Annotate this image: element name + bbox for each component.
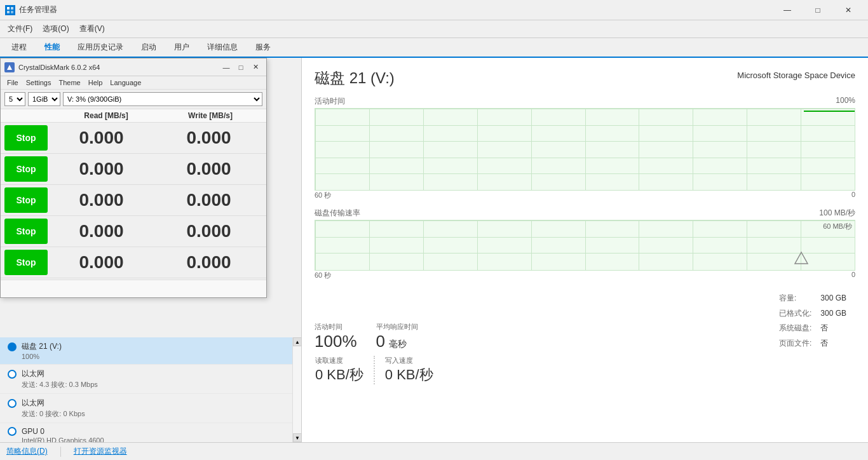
- menu-options[interactable]: 选项(O): [37, 22, 74, 36]
- summary-link[interactable]: 简略信息(D): [6, 446, 48, 457]
- device-list: 磁盘 21 (V:) 100% 以太网 发送: 4.3 接收: 0.3 Mbps…: [0, 337, 301, 442]
- sidebar-scrollbar[interactable]: ▲ ▼: [292, 337, 301, 442]
- device-brand: Microsoft Storage Space Device: [737, 71, 855, 80]
- stop-btn-1[interactable]: Stop: [4, 156, 48, 182]
- bottom-separator: [60, 447, 61, 457]
- transfer-time-left: 60 秒: [315, 271, 331, 280]
- transfer-mid-label: 60 MB/秒: [823, 222, 852, 231]
- device-circle-eth1: [8, 399, 17, 408]
- activity-chart: [315, 108, 855, 191]
- v-grid-5: [585, 109, 586, 190]
- t-v-grid-7: [693, 220, 693, 270]
- activity-chart-section: 活动时间 100%: [315, 96, 855, 203]
- io-read: 读取速度 0 KB/秒: [315, 356, 375, 384]
- close-button[interactable]: ✕: [834, 0, 863, 20]
- device-name-gpu0: GPU 0: [22, 427, 44, 436]
- device-circle-eth0: [8, 370, 17, 379]
- crystal-menu-language[interactable]: Language: [106, 78, 145, 88]
- crystal-close[interactable]: ✕: [248, 61, 262, 74]
- crystal-row-4: Stop 0.000 0.000: [1, 247, 266, 278]
- crystal-minimize[interactable]: —: [219, 61, 233, 74]
- stop-btn-4[interactable]: Stop: [4, 250, 48, 275]
- device-item-eth0[interactable]: 以太网 发送: 4.3 接收: 0.3 Mbps: [0, 365, 301, 394]
- crystal-menu-file[interactable]: File: [3, 78, 22, 88]
- device-item-gpu0[interactable]: GPU 0 Intel(R) HD Graphics 4600 2%: [0, 423, 301, 442]
- stat-response-value: 0: [376, 332, 385, 351]
- menu-view[interactable]: 查看(V): [74, 22, 110, 36]
- crystal-header: Read [MB/s] Write [MB/s]: [1, 109, 266, 123]
- stop-btn-3[interactable]: Stop: [4, 219, 48, 244]
- v-grid-8: [747, 109, 747, 190]
- capacity-value: 300 GB: [820, 292, 854, 306]
- stat-response-label: 平均响应时间: [376, 322, 418, 332]
- device-header-eth0: 以太网: [8, 369, 294, 379]
- read-val-0: 0.000: [48, 128, 155, 148]
- write-header: Write [MB/s]: [158, 111, 262, 120]
- device-item-eth1[interactable]: 以太网 发送: 0 接收: 0 Kbps: [0, 394, 301, 423]
- system-label: 系统磁盘:: [779, 321, 819, 335]
- t-v-grid-8: [747, 220, 747, 270]
- formatted-value: 300 GB: [820, 307, 854, 321]
- disk-title: 磁盘 21 (V:): [315, 68, 395, 88]
- v-grid-9: [801, 109, 801, 190]
- menu-file[interactable]: 文件(F): [3, 22, 37, 36]
- t-v-grid-5: [585, 220, 586, 270]
- crystal-menu-settings[interactable]: Settings: [22, 78, 55, 88]
- svg-marker-5: [795, 252, 808, 264]
- device-header-disk21: 磁盘 21 (V:): [8, 341, 294, 352]
- tab-services[interactable]: 服务: [247, 38, 280, 57]
- crystal-toolbar: 5 1GiB V: 3% (9/300GiB): [1, 90, 266, 109]
- io-write-label: 写入速度: [385, 356, 433, 365]
- crystal-maximize[interactable]: □: [234, 61, 248, 74]
- stat-response: 平均响应时间 0 毫秒: [376, 322, 418, 351]
- io-row: 读取速度 0 KB/秒 写入速度 0 KB/秒: [315, 355, 855, 385]
- svg-rect-1: [11, 7, 13, 10]
- device-header-gpu0: GPU 0: [8, 427, 294, 436]
- tab-users[interactable]: 用户: [165, 38, 198, 57]
- tab-performance[interactable]: 性能: [36, 38, 69, 58]
- t-v-grid-6: [639, 220, 639, 270]
- capacity-label: 容量:: [779, 292, 819, 306]
- activity-label: 活动时间: [315, 96, 345, 107]
- t-v-grid-2: [423, 220, 424, 270]
- activity-time-label: 60 秒 0: [315, 191, 855, 200]
- read-val-3: 0.000: [48, 221, 155, 241]
- device-subtitle-disk21: 100%: [8, 353, 294, 360]
- svg-rect-2: [7, 11, 10, 13]
- drive-select[interactable]: V: 3% (9/300GiB): [63, 92, 262, 106]
- tab-history[interactable]: 应用历史记录: [69, 38, 132, 57]
- crystaldiskmark-window: CrystalDiskMark 6.0.2 x64 — □ ✕ File Set…: [0, 58, 267, 298]
- scroll-arrow-down[interactable]: ▼: [293, 433, 302, 442]
- stop-btn-0[interactable]: Stop: [4, 125, 48, 151]
- crystal-menu-theme[interactable]: Theme: [55, 78, 84, 88]
- v-grid-2: [423, 109, 424, 190]
- scroll-track[interactable]: [293, 346, 301, 433]
- t-v-grid-1: [369, 220, 370, 270]
- io-read-label: 读取速度: [315, 356, 363, 365]
- activity-max: 100%: [836, 96, 855, 107]
- tab-startup[interactable]: 启动: [132, 38, 165, 57]
- device-item-disk21[interactable]: 磁盘 21 (V:) 100%: [0, 337, 301, 365]
- crystal-row-1: Stop 0.000 0.000: [1, 154, 266, 185]
- device-circle-disk21: [8, 342, 17, 351]
- v-grid-6: [639, 109, 639, 190]
- title-bar: 任务管理器 — □ ✕: [0, 0, 868, 20]
- maximize-button[interactable]: □: [803, 0, 832, 20]
- transfer-time-right: 0: [851, 271, 855, 280]
- taskmanager-window: 任务管理器 — □ ✕ 文件(F) 选项(O) 查看(V) 进程 性能 应用历史…: [0, 0, 868, 460]
- io-read-value: 0 KB/秒: [315, 365, 363, 384]
- size-select[interactable]: 1GiB: [28, 92, 60, 106]
- t-v-grid-4: [531, 220, 532, 270]
- stop-btn-2[interactable]: Stop: [4, 187, 48, 213]
- disk-info-section: 容量: 300 GB 已格式化: 300 GB 系统磁盘: 否 页面文件:: [778, 290, 855, 351]
- minimize-button[interactable]: —: [773, 0, 802, 20]
- read-val-2: 0.000: [48, 190, 155, 210]
- runs-select[interactable]: 5: [4, 92, 25, 106]
- write-val-4: 0.000: [155, 252, 262, 273]
- scroll-arrow-up[interactable]: ▲: [293, 337, 302, 346]
- bottom-bar: 简略信息(D) 打开资源监视器: [0, 442, 868, 460]
- crystal-menu-help[interactable]: Help: [85, 78, 107, 88]
- monitor-link[interactable]: 打开资源监视器: [74, 446, 127, 457]
- tab-details[interactable]: 详细信息: [198, 38, 247, 57]
- tab-process[interactable]: 进程: [3, 38, 36, 57]
